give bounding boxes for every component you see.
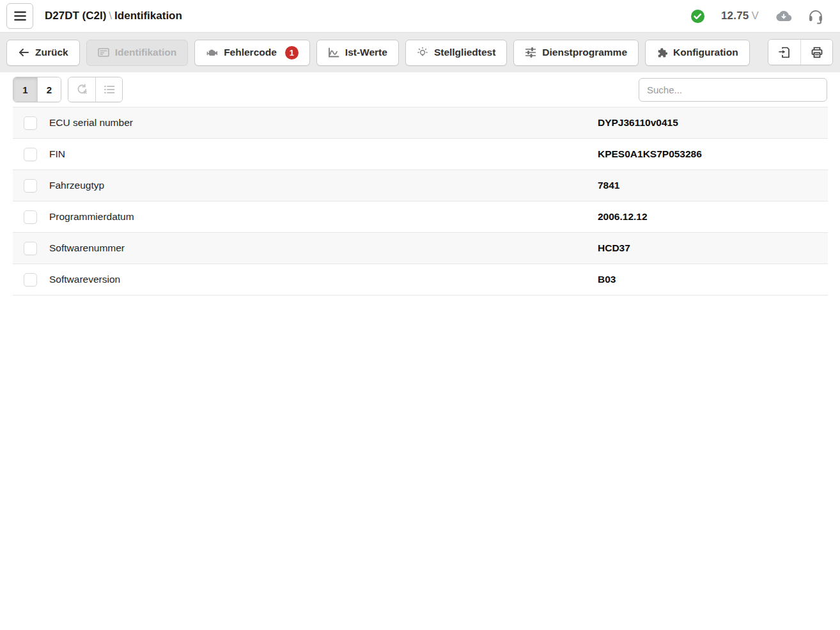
battery-voltage: 12.75V xyxy=(721,10,759,22)
row-label: Programmierdatum xyxy=(49,211,134,223)
row-checkbox[interactable] xyxy=(24,116,37,130)
list-view-button[interactable] xyxy=(95,77,122,102)
row-label: Softwarenummer xyxy=(49,242,125,254)
export-report-button[interactable] xyxy=(768,40,800,65)
hamburger-icon xyxy=(13,10,27,22)
dienstprogramme-button-label: Dienstprogramme xyxy=(542,47,627,58)
toolbar: Zurück Identifikation Fehlercode 1 xyxy=(0,33,840,72)
export-document-icon xyxy=(778,46,791,59)
row-label: Softwareversion xyxy=(49,274,120,285)
printer-icon xyxy=(811,46,823,59)
row-label: ECU serial number xyxy=(49,117,133,129)
refresh-cancel-icon xyxy=(76,84,88,95)
row-checkbox[interactable] xyxy=(24,242,37,255)
konfiguration-button[interactable]: Konfiguration xyxy=(645,40,750,66)
row-value: 2006.12.12 xyxy=(598,211,648,223)
row-value: 7841 xyxy=(598,180,619,191)
table-row[interactable]: FIN KPES0A1KS7P053286 xyxy=(13,139,828,170)
pagination-group: 1 2 xyxy=(13,77,61,102)
header-status-area: 12.75V xyxy=(690,8,823,24)
back-button-label: Zurück xyxy=(35,47,68,58)
fehlercode-button-label: Fehlercode xyxy=(224,47,277,58)
ist-werte-button-label: Ist-Werte xyxy=(345,47,387,58)
fehlercode-count-badge: 1 xyxy=(285,46,299,59)
table-row[interactable]: Softwarenummer HCD37 xyxy=(13,233,828,264)
lightbulb-icon xyxy=(417,47,428,58)
row-value: KPES0A1KS7P053286 xyxy=(598,148,702,160)
arrow-left-icon xyxy=(18,47,29,58)
device-name: D27DT (C2I) xyxy=(45,10,106,22)
identifikation-button: Identifikation xyxy=(86,40,188,66)
row-checkbox[interactable] xyxy=(24,148,37,161)
print-button[interactable] xyxy=(800,40,832,65)
breadcrumb-separator: \ xyxy=(106,10,114,22)
table-row[interactable]: Fahrzeugtyp 7841 xyxy=(13,170,828,201)
headset-icon[interactable] xyxy=(808,8,823,24)
connection-ok-icon xyxy=(690,9,705,24)
stellgliedtest-button[interactable]: Stellgliedtest xyxy=(405,40,507,66)
row-value: B03 xyxy=(598,274,616,285)
list-tools-group xyxy=(68,77,123,102)
page-button-1[interactable]: 1 xyxy=(13,77,37,102)
subbar: 1 2 xyxy=(0,72,840,107)
page-title: Identifikation xyxy=(114,10,182,22)
table-row[interactable]: ECU serial number DYPJ36110v0415 xyxy=(13,107,828,139)
stellgliedtest-button-label: Stellgliedtest xyxy=(434,47,495,58)
identifikation-button-label: Identifikation xyxy=(115,47,176,58)
sliders-icon xyxy=(525,47,536,58)
ist-werte-button[interactable]: Ist-Werte xyxy=(316,40,399,66)
voltage-value: 12.75 xyxy=(721,10,749,22)
row-checkbox[interactable] xyxy=(24,273,37,287)
row-label: FIN xyxy=(49,148,65,160)
list-icon xyxy=(104,84,115,95)
row-checkbox[interactable] xyxy=(24,179,37,193)
voltage-unit: V xyxy=(751,10,759,22)
table-row[interactable]: Programmierdatum 2006.12.12 xyxy=(13,201,828,233)
clear-refresh-button[interactable] xyxy=(68,77,95,102)
table-row[interactable]: Softwareversion B03 xyxy=(13,264,828,295)
dienstprogramme-button[interactable]: Dienstprogramme xyxy=(513,40,639,66)
row-label: Fahrzeugtyp xyxy=(49,180,104,191)
row-value: DYPJ36110v0415 xyxy=(598,117,678,129)
row-checkbox[interactable] xyxy=(24,210,37,224)
engine-icon xyxy=(206,48,218,58)
row-value: HCD37 xyxy=(598,242,630,254)
fehlercode-button[interactable]: Fehlercode 1 xyxy=(194,40,310,66)
top-header: D27DT (C2I)\Identifikation 12.75V xyxy=(0,0,840,33)
line-chart-icon xyxy=(328,47,339,58)
page-button-2[interactable]: 2 xyxy=(37,77,61,102)
cloud-download-icon[interactable] xyxy=(775,10,792,22)
identification-table: ECU serial number DYPJ36110v0415 FIN KPE… xyxy=(13,107,828,295)
puzzle-icon xyxy=(657,47,667,58)
report-actions-group xyxy=(768,39,833,65)
menu-button[interactable] xyxy=(6,3,33,29)
id-card-icon xyxy=(98,48,109,57)
breadcrumb: D27DT (C2I)\Identifikation xyxy=(45,10,182,22)
search-input[interactable] xyxy=(639,78,827,102)
konfiguration-button-label: Konfiguration xyxy=(673,47,738,58)
back-button[interactable]: Zurück xyxy=(6,40,80,66)
